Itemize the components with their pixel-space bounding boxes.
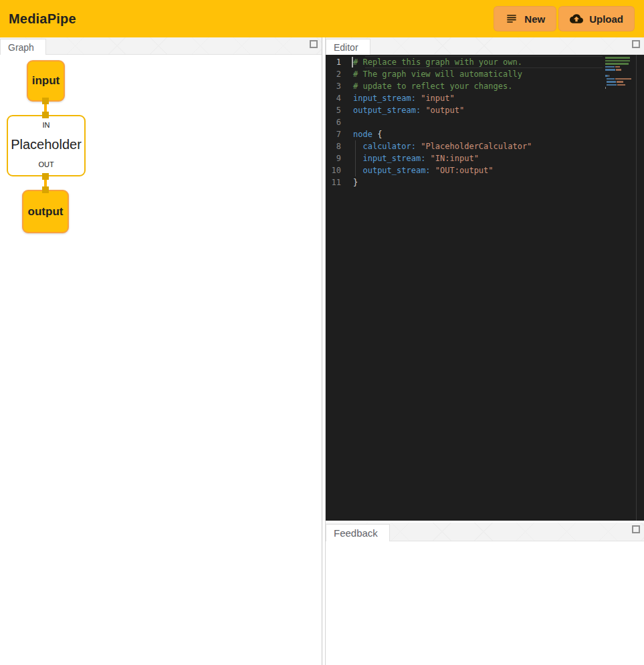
maximize-icon[interactable] <box>632 40 640 48</box>
editor-line[interactable]: 11} <box>326 176 603 188</box>
editor-line[interactable]: 4input_stream: "input" <box>326 92 603 104</box>
editor-line[interactable]: 6 <box>326 116 603 128</box>
editor-line[interactable]: 3# update to reflect your changes. <box>326 80 603 92</box>
feedback-tabstrip: Feedback <box>326 523 644 541</box>
node-label: Placeholder <box>11 137 82 152</box>
feedback-content <box>326 541 644 665</box>
feedback-panel: Feedback <box>326 523 644 665</box>
editor-lines: 1# Replace this graph with your own.2# T… <box>326 56 603 188</box>
editor-tab[interactable]: Editor <box>326 39 370 55</box>
graph-node-placeholder[interactable]: IN Placeholder OUT <box>7 115 86 176</box>
graph-tab[interactable]: Graph <box>0 39 46 55</box>
graph-node-input[interactable]: input <box>27 60 65 102</box>
code-line: node { <box>353 128 603 140</box>
maximize-icon[interactable] <box>310 40 318 48</box>
graph-tabstrip: Graph <box>0 37 322 55</box>
port-in-label: IN <box>43 121 50 129</box>
editor-line[interactable]: 7node { <box>326 128 603 140</box>
new-button-label: New <box>524 13 545 25</box>
code-line: # Replace this graph with your own. <box>353 56 603 68</box>
subject-icon <box>505 12 518 25</box>
connector-dot <box>42 98 49 104</box>
code-line: calculator: "PlaceholderCalculator" <box>353 140 603 152</box>
editor-tabstrip: Editor <box>326 37 644 55</box>
feedback-tab[interactable]: Feedback <box>326 524 390 541</box>
connector-dot <box>42 173 49 180</box>
connector-dot <box>42 112 49 118</box>
upload-button-label: Upload <box>589 13 623 25</box>
editor-line[interactable]: 8 calculator: "PlaceholderCalculator" <box>326 140 603 152</box>
node-label: input <box>32 74 60 88</box>
line-number: 7 <box>326 128 353 140</box>
header-buttons: New Upload <box>494 6 635 31</box>
node-label: output <box>28 205 64 219</box>
code-line: input_stream: "IN:input" <box>353 152 603 164</box>
editor-line[interactable]: 5output_stream: "output" <box>326 104 603 116</box>
graph-node-output[interactable]: output <box>22 190 69 233</box>
feedback-tab-label: Feedback <box>334 527 378 539</box>
editor-line[interactable]: 2# The graph view will automatically <box>326 68 603 80</box>
code-editor[interactable]: 1# Replace this graph with your own.2# T… <box>326 55 644 521</box>
code-line: output_stream: "output" <box>353 104 603 116</box>
code-line <box>353 116 603 128</box>
connector-dot <box>42 186 49 193</box>
line-number: 2 <box>326 68 353 80</box>
code-line: input_stream: "input" <box>353 92 603 104</box>
line-number: 9 <box>326 152 353 164</box>
editor-line[interactable]: 10 output_stream: "OUT:output" <box>326 164 603 176</box>
upload-button[interactable]: Upload <box>558 6 635 31</box>
maximize-icon[interactable] <box>632 525 640 533</box>
code-line: } <box>353 176 603 188</box>
new-button[interactable]: New <box>494 6 556 31</box>
graph-tab-label: Graph <box>8 42 34 53</box>
line-number: 1 <box>326 56 353 68</box>
line-number: 6 <box>326 116 353 128</box>
editor-panel: Editor 1# Replace this graph with your o… <box>326 37 644 521</box>
editor-tab-label: Editor <box>334 42 358 53</box>
line-number: 10 <box>326 164 353 176</box>
line-number: 8 <box>326 140 353 152</box>
port-out-label: OUT <box>38 160 53 168</box>
line-number: 4 <box>326 92 353 104</box>
editor-line[interactable]: 1# Replace this graph with your own. <box>326 56 603 68</box>
graph-canvas[interactable]: input IN Placeholder OUT output <box>0 55 322 665</box>
line-number: 3 <box>326 80 353 92</box>
app-header: MediaPipe New Upload <box>0 0 644 37</box>
line-number: 5 <box>326 104 353 116</box>
graph-panel: Graph input IN Placeholder OUT output <box>0 37 322 665</box>
line-number: 11 <box>326 176 353 188</box>
code-line: output_stream: "OUT:output" <box>353 164 603 176</box>
code-line: # The graph view will automatically <box>353 68 603 80</box>
editor-line[interactable]: 9 input_stream: "IN:input" <box>326 152 603 164</box>
minimap[interactable] <box>605 57 632 90</box>
cloud-upload-icon <box>570 12 583 25</box>
app-title: MediaPipe <box>9 11 76 27</box>
right-column: Editor 1# Replace this graph with your o… <box>325 37 644 665</box>
text-cursor <box>352 57 353 68</box>
scrollbar-track[interactable] <box>636 55 637 521</box>
code-line: # update to reflect your changes. <box>353 80 603 92</box>
